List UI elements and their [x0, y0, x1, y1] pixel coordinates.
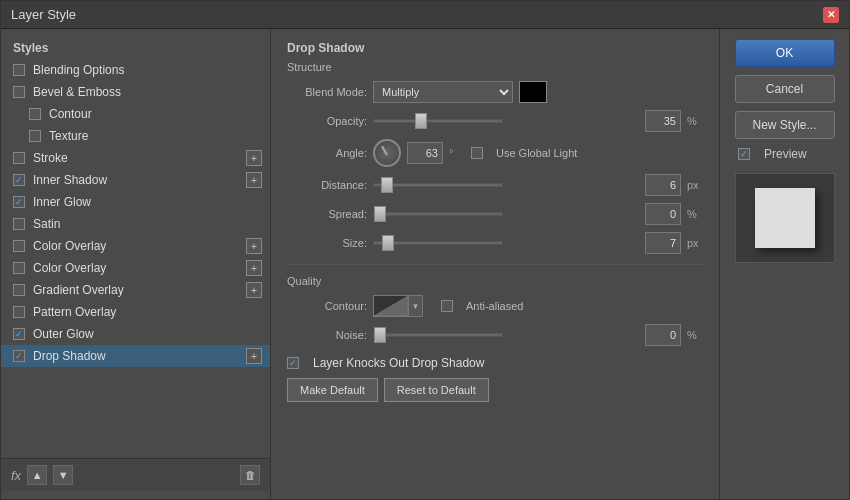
- add-gradient-overlay-button[interactable]: +: [246, 282, 262, 298]
- noise-slider[interactable]: [373, 333, 503, 337]
- new-style-button[interactable]: New Style...: [735, 111, 835, 139]
- move-up-button[interactable]: ▲: [27, 465, 47, 485]
- sidebar-item-bevel-emboss[interactable]: Bevel & Emboss: [1, 81, 270, 103]
- spread-slider-container: [373, 206, 639, 222]
- checkbox-pattern-overlay[interactable]: [13, 306, 25, 318]
- checkbox-layer-knocks-out[interactable]: [287, 357, 299, 369]
- distance-input[interactable]: [645, 174, 681, 196]
- opacity-row: Opacity: %: [287, 110, 703, 132]
- close-button[interactable]: ✕: [823, 7, 839, 23]
- make-default-button[interactable]: Make Default: [287, 378, 378, 402]
- contour-label: Contour: [49, 107, 92, 121]
- contour-preview[interactable]: [373, 295, 409, 317]
- preview-label-text: Preview: [764, 147, 807, 161]
- size-input[interactable]: [645, 232, 681, 254]
- blend-mode-label: Blend Mode:: [287, 86, 367, 98]
- checkbox-blending[interactable]: [13, 64, 25, 76]
- add-inner-shadow-button[interactable]: +: [246, 172, 262, 188]
- angle-input[interactable]: [407, 142, 443, 164]
- sidebar-item-outer-glow[interactable]: Outer Glow: [1, 323, 270, 345]
- size-row: Size: px: [287, 232, 703, 254]
- sidebar-item-pattern-overlay[interactable]: Pattern Overlay: [1, 301, 270, 323]
- noise-row: Noise: %: [287, 324, 703, 346]
- anti-aliased-label[interactable]: Anti-aliased: [441, 300, 523, 312]
- spread-input[interactable]: [645, 203, 681, 225]
- action-buttons-row: Make Default Reset to Default: [287, 378, 703, 402]
- contour-label: Contour:: [287, 300, 367, 312]
- opacity-slider-container: [373, 113, 639, 129]
- contour-row: Contour: ▼ Anti-aliased: [287, 295, 703, 317]
- size-slider[interactable]: [373, 241, 503, 245]
- sidebar-item-texture[interactable]: Texture: [1, 125, 270, 147]
- checkbox-bevel[interactable]: [13, 86, 25, 98]
- spread-row: Spread: %: [287, 203, 703, 225]
- quality-title: Quality: [287, 275, 703, 287]
- noise-label: Noise:: [287, 329, 367, 341]
- distance-slider[interactable]: [373, 183, 503, 187]
- anti-aliased-text: Anti-aliased: [466, 300, 523, 312]
- add-stroke-button[interactable]: +: [246, 150, 262, 166]
- add-color-overlay-1-button[interactable]: +: [246, 238, 262, 254]
- sidebar-item-inner-glow[interactable]: Inner Glow: [1, 191, 270, 213]
- sidebar-item-stroke[interactable]: Stroke +: [1, 147, 270, 169]
- sidebar-item-blending-options[interactable]: Blending Options: [1, 59, 270, 81]
- checkbox-color-overlay-1[interactable]: [13, 240, 25, 252]
- add-color-overlay-2-button[interactable]: +: [246, 260, 262, 276]
- sidebar-item-gradient-overlay[interactable]: Gradient Overlay +: [1, 279, 270, 301]
- checkbox-anti-aliased[interactable]: [441, 300, 453, 312]
- distance-slider-container: [373, 177, 639, 193]
- move-down-button[interactable]: ▼: [53, 465, 73, 485]
- checkbox-preview[interactable]: [738, 148, 750, 160]
- satin-label: Satin: [33, 217, 60, 231]
- divider: [287, 264, 703, 265]
- noise-slider-container: [373, 327, 639, 343]
- checkbox-texture[interactable]: [29, 130, 41, 142]
- inner-shadow-label: Inner Shadow: [33, 173, 107, 187]
- opacity-slider[interactable]: [373, 119, 503, 123]
- add-drop-shadow-button[interactable]: +: [246, 348, 262, 364]
- delete-button[interactable]: 🗑: [240, 465, 260, 485]
- spread-label: Spread:: [287, 208, 367, 220]
- blend-mode-select[interactable]: Multiply Normal Screen Overlay: [373, 81, 513, 103]
- contour-dropdown-button[interactable]: ▼: [409, 295, 423, 317]
- noise-unit: %: [687, 329, 703, 341]
- checkbox-satin[interactable]: [13, 218, 25, 230]
- checkbox-outer-glow[interactable]: [13, 328, 25, 340]
- angle-unit: °: [449, 147, 465, 159]
- angle-dial[interactable]: [373, 139, 401, 167]
- opacity-label: Opacity:: [287, 115, 367, 127]
- bevel-emboss-label: Bevel & Emboss: [33, 85, 121, 99]
- checkbox-color-overlay-2[interactable]: [13, 262, 25, 274]
- noise-input[interactable]: [645, 324, 681, 346]
- use-global-light-label[interactable]: Use Global Light: [471, 147, 577, 159]
- checkbox-inner-glow[interactable]: [13, 196, 25, 208]
- title-bar: Layer Style ✕: [1, 1, 849, 29]
- checkbox-inner-shadow[interactable]: [13, 174, 25, 186]
- sidebar-item-inner-shadow[interactable]: Inner Shadow +: [1, 169, 270, 191]
- sidebar-item-contour[interactable]: Contour: [1, 103, 270, 125]
- reset-to-default-button[interactable]: Reset to Default: [384, 378, 489, 402]
- checkbox-contour[interactable]: [29, 108, 41, 120]
- checkbox-drop-shadow[interactable]: [13, 350, 25, 362]
- styles-title: Styles: [1, 37, 270, 59]
- opacity-input[interactable]: [645, 110, 681, 132]
- sidebar-item-color-overlay-2[interactable]: Color Overlay +: [1, 257, 270, 279]
- color-overlay-2-label: Color Overlay: [33, 261, 106, 275]
- texture-label: Texture: [49, 129, 88, 143]
- global-light-text: Use Global Light: [496, 147, 577, 159]
- color-overlay-1-label: Color Overlay: [33, 239, 106, 253]
- checkbox-global-light[interactable]: [471, 147, 483, 159]
- sidebar-item-drop-shadow[interactable]: Drop Shadow +: [1, 345, 270, 367]
- ok-button[interactable]: OK: [735, 39, 835, 67]
- size-unit: px: [687, 237, 703, 249]
- blend-color-swatch[interactable]: [519, 81, 547, 103]
- contour-svg: [374, 296, 408, 316]
- distance-unit: px: [687, 179, 703, 191]
- distance-row: Distance: px: [287, 174, 703, 196]
- checkbox-gradient-overlay[interactable]: [13, 284, 25, 296]
- checkbox-stroke[interactable]: [13, 152, 25, 164]
- cancel-button[interactable]: Cancel: [735, 75, 835, 103]
- spread-slider[interactable]: [373, 212, 503, 216]
- sidebar-item-satin[interactable]: Satin: [1, 213, 270, 235]
- sidebar-item-color-overlay-1[interactable]: Color Overlay +: [1, 235, 270, 257]
